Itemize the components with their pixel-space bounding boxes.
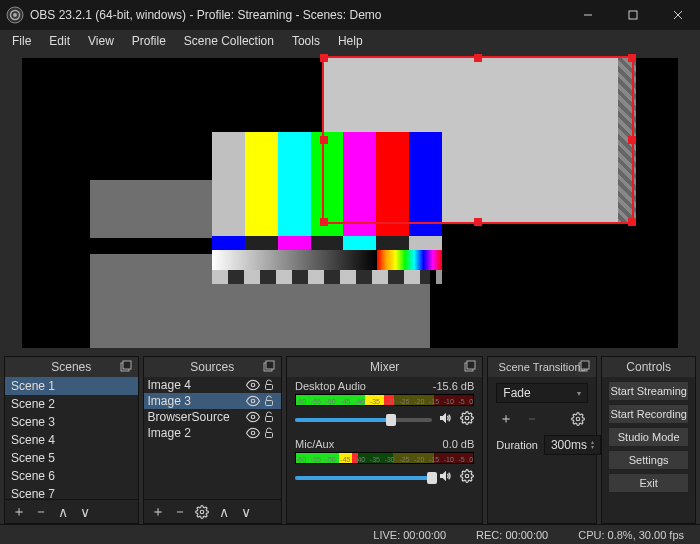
scene-item[interactable]: Scene 2 <box>5 395 138 413</box>
transition-properties-button[interactable] <box>568 409 588 429</box>
transitions-dock: Scene Transitions Fade ▾ ＋ － Duration 30… <box>487 356 597 524</box>
remove-transition-button[interactable]: － <box>522 409 542 429</box>
visibility-icon[interactable] <box>245 426 261 440</box>
scenes-toolbar: ＋ － ∧ ∨ <box>5 499 138 523</box>
add-source-button[interactable]: ＋ <box>148 502 168 522</box>
remove-source-button[interactable]: － <box>170 502 190 522</box>
menu-view[interactable]: View <box>80 32 122 50</box>
sources-header[interactable]: Sources <box>144 357 282 377</box>
status-live: LIVE: 00:00:00 <box>373 529 446 541</box>
close-button[interactable] <box>655 0 700 30</box>
volume-slider[interactable] <box>295 418 432 422</box>
preview-area[interactable] <box>0 52 700 354</box>
svg-rect-4 <box>629 11 637 19</box>
volume-slider[interactable] <box>295 476 432 480</box>
source-up-button[interactable]: ∧ <box>214 502 234 522</box>
vu-meter: -60-55-50-45-40-35-30-25-20-15-10-50 <box>295 394 474 406</box>
lock-icon[interactable] <box>261 379 277 391</box>
settings-button[interactable]: Settings <box>608 450 689 470</box>
source-item[interactable]: BrowserSource <box>144 409 282 425</box>
svg-rect-16 <box>266 417 273 422</box>
mixer-header[interactable]: Mixer <box>287 357 482 377</box>
lock-icon[interactable] <box>261 395 277 407</box>
svg-rect-25 <box>581 361 589 369</box>
scenes-list[interactable]: Scene 1Scene 2Scene 3Scene 4Scene 5Scene… <box>5 377 138 499</box>
app-icon <box>6 6 24 24</box>
svg-point-13 <box>251 399 255 403</box>
svg-rect-18 <box>266 433 273 438</box>
gear-icon[interactable] <box>460 411 474 428</box>
menu-file[interactable]: File <box>4 32 39 50</box>
scene-item[interactable]: Scene 4 <box>5 431 138 449</box>
scenes-header[interactable]: Scenes <box>5 357 138 377</box>
visibility-icon[interactable] <box>245 410 261 424</box>
transitions-header[interactable]: Scene Transitions <box>488 357 596 377</box>
docks: Scenes Scene 1Scene 2Scene 3Scene 4Scene… <box>0 354 700 524</box>
menu-tools[interactable]: Tools <box>284 32 328 50</box>
source-item[interactable]: Image 3 <box>144 393 282 409</box>
mixer-title: Mixer <box>370 360 399 374</box>
start-streaming-button[interactable]: Start Streaming <box>608 381 689 401</box>
scene-item[interactable]: Scene 3 <box>5 413 138 431</box>
mixer-channel: Mic/Aux0.0 dB-60-55-50-45-40-35-30-25-20… <box>287 435 482 493</box>
source-item[interactable]: Image 2 <box>144 425 282 441</box>
lock-icon[interactable] <box>261 427 277 439</box>
source-item[interactable]: Image 4 <box>144 377 282 393</box>
svg-rect-10 <box>266 361 274 369</box>
maximize-button[interactable] <box>610 0 655 30</box>
scene-item[interactable]: Scene 6 <box>5 467 138 485</box>
scene-item[interactable]: Scene 7 <box>5 485 138 499</box>
source-label: Image 3 <box>148 394 246 408</box>
minimize-button[interactable] <box>565 0 610 30</box>
source-label: BrowserSource <box>148 410 246 424</box>
sources-dock: Sources Image 4Image 3BrowserSourceImage… <box>143 356 283 524</box>
add-transition-button[interactable]: ＋ <box>496 409 516 429</box>
spinner-icon[interactable]: ▴▾ <box>591 440 594 450</box>
gear-icon[interactable] <box>460 469 474 486</box>
speaker-icon[interactable] <box>438 468 454 487</box>
sources-toolbar: ＋ － ∧ ∨ <box>144 499 282 523</box>
selection-bounding-box[interactable] <box>322 56 634 224</box>
start-recording-button[interactable]: Start Recording <box>608 404 689 424</box>
transition-select[interactable]: Fade ▾ <box>496 383 588 403</box>
source-properties-button[interactable] <box>192 502 212 522</box>
menu-help[interactable]: Help <box>330 32 371 50</box>
source-label: Image 4 <box>148 378 246 392</box>
menu-profile[interactable]: Profile <box>124 32 174 50</box>
window-title: OBS 23.2.1 (64-bit, windows) - Profile: … <box>30 8 565 22</box>
sources-list[interactable]: Image 4Image 3BrowserSourceImage 2 <box>144 377 282 499</box>
controls-header[interactable]: Controls <box>602 357 695 377</box>
add-scene-button[interactable]: ＋ <box>9 502 29 522</box>
status-rec: REC: 00:00:00 <box>476 529 548 541</box>
exit-button[interactable]: Exit <box>608 473 689 493</box>
lock-icon[interactable] <box>261 411 277 423</box>
svg-point-15 <box>251 415 255 419</box>
duration-label: Duration <box>496 439 538 451</box>
scene-down-button[interactable]: ∨ <box>75 502 95 522</box>
scene-up-button[interactable]: ∧ <box>53 502 73 522</box>
menu-edit[interactable]: Edit <box>41 32 78 50</box>
popout-icon[interactable] <box>464 360 478 374</box>
channel-name: Desktop Audio <box>295 380 366 392</box>
remove-scene-button[interactable]: － <box>31 502 51 522</box>
scene-item[interactable]: Scene 5 <box>5 449 138 467</box>
popout-icon[interactable] <box>120 360 134 374</box>
svg-point-22 <box>466 416 470 420</box>
statusbar: LIVE: 00:00:00 REC: 00:00:00 CPU: 0.8%, … <box>0 524 700 544</box>
svg-rect-21 <box>467 361 475 369</box>
svg-point-11 <box>251 383 255 387</box>
scene-item[interactable]: Scene 1 <box>5 377 138 395</box>
duration-input[interactable]: 300ms ▴▾ <box>544 435 601 455</box>
svg-point-23 <box>466 474 470 478</box>
mixer-channel: Desktop Audio-15.6 dB-60-55-50-45-40-35-… <box>287 377 482 435</box>
visibility-icon[interactable] <box>245 378 261 392</box>
svg-rect-12 <box>266 385 273 390</box>
source-down-button[interactable]: ∨ <box>236 502 256 522</box>
studio-mode-button[interactable]: Studio Mode <box>608 427 689 447</box>
popout-icon[interactable] <box>578 360 592 374</box>
menu-scene-collection[interactable]: Scene Collection <box>176 32 282 50</box>
popout-icon[interactable] <box>263 360 277 374</box>
duration-value: 300ms <box>551 438 587 452</box>
visibility-icon[interactable] <box>245 394 261 408</box>
speaker-icon[interactable] <box>438 410 454 429</box>
